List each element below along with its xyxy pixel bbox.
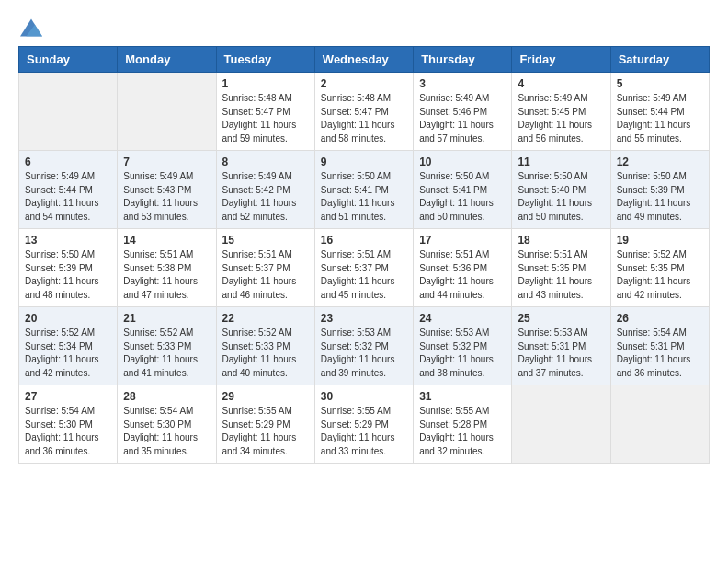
day-number: 16 <box>321 234 407 247</box>
calendar-day-22: 22Sunrise: 5:52 AM Sunset: 5:33 PM Dayli… <box>216 307 314 385</box>
calendar-table: SundayMondayTuesdayWednesdayThursdayFrid… <box>18 46 710 464</box>
day-info: Sunrise: 5:53 AM Sunset: 5:32 PM Dayligh… <box>321 327 407 380</box>
day-number: 8 <box>222 155 309 168</box>
calendar-day-11: 11Sunrise: 5:50 AM Sunset: 5:40 PM Dayli… <box>512 151 610 229</box>
calendar-empty-cell <box>610 385 709 464</box>
day-number: 15 <box>222 234 309 247</box>
day-info: Sunrise: 5:49 AM Sunset: 5:46 PM Dayligh… <box>419 92 506 145</box>
calendar-day-18: 18Sunrise: 5:51 AM Sunset: 5:35 PM Dayli… <box>512 229 610 307</box>
day-number: 20 <box>25 312 111 325</box>
day-info: Sunrise: 5:50 AM Sunset: 5:39 PM Dayligh… <box>617 170 703 224</box>
day-number: 6 <box>25 155 111 168</box>
day-number: 5 <box>617 77 703 90</box>
day-number: 7 <box>123 155 210 168</box>
calendar-week-row-1: 1Sunrise: 5:48 AM Sunset: 5:47 PM Daylig… <box>19 73 710 151</box>
page-header <box>18 18 710 37</box>
calendar-day-30: 30Sunrise: 5:55 AM Sunset: 5:29 PM Dayli… <box>314 385 413 464</box>
calendar-day-23: 23Sunrise: 5:53 AM Sunset: 5:32 PM Dayli… <box>314 307 413 385</box>
calendar-day-2: 2Sunrise: 5:48 AM Sunset: 5:47 PM Daylig… <box>314 73 413 151</box>
day-info: Sunrise: 5:51 AM Sunset: 5:38 PM Dayligh… <box>123 248 210 302</box>
day-number: 19 <box>617 234 703 247</box>
day-info: Sunrise: 5:53 AM Sunset: 5:31 PM Dayligh… <box>518 327 604 380</box>
weekday-header-sunday: Sunday <box>19 47 118 73</box>
calendar-day-27: 27Sunrise: 5:54 AM Sunset: 5:30 PM Dayli… <box>19 385 118 464</box>
calendar-day-12: 12Sunrise: 5:50 AM Sunset: 5:39 PM Dayli… <box>610 151 709 229</box>
logo-icon <box>20 18 42 37</box>
calendar-empty-cell <box>118 73 216 151</box>
day-number: 14 <box>123 234 210 247</box>
calendar-header-row: SundayMondayTuesdayWednesdayThursdayFrid… <box>19 47 710 73</box>
day-number: 24 <box>419 312 506 325</box>
weekday-header-monday: Monday <box>118 47 216 73</box>
day-info: Sunrise: 5:51 AM Sunset: 5:35 PM Dayligh… <box>518 248 604 302</box>
calendar-day-21: 21Sunrise: 5:52 AM Sunset: 5:33 PM Dayli… <box>118 307 216 385</box>
day-number: 10 <box>419 155 506 168</box>
day-info: Sunrise: 5:51 AM Sunset: 5:37 PM Dayligh… <box>222 248 309 302</box>
day-info: Sunrise: 5:54 AM Sunset: 5:30 PM Dayligh… <box>123 405 210 458</box>
calendar-day-1: 1Sunrise: 5:48 AM Sunset: 5:47 PM Daylig… <box>216 73 314 151</box>
day-number: 1 <box>222 77 309 90</box>
day-number: 29 <box>222 390 309 403</box>
calendar-week-row-5: 27Sunrise: 5:54 AM Sunset: 5:30 PM Dayli… <box>19 385 710 464</box>
day-number: 3 <box>419 77 506 90</box>
day-info: Sunrise: 5:55 AM Sunset: 5:28 PM Dayligh… <box>419 405 506 458</box>
weekday-header-saturday: Saturday <box>610 47 709 73</box>
calendar-day-13: 13Sunrise: 5:50 AM Sunset: 5:39 PM Dayli… <box>19 229 118 307</box>
day-info: Sunrise: 5:51 AM Sunset: 5:37 PM Dayligh… <box>321 248 407 302</box>
day-number: 4 <box>518 77 604 90</box>
calendar-week-row-4: 20Sunrise: 5:52 AM Sunset: 5:34 PM Dayli… <box>19 307 710 385</box>
day-number: 9 <box>321 155 407 168</box>
day-info: Sunrise: 5:53 AM Sunset: 5:32 PM Dayligh… <box>419 327 506 380</box>
calendar-week-row-3: 13Sunrise: 5:50 AM Sunset: 5:39 PM Dayli… <box>19 229 710 307</box>
day-number: 11 <box>518 155 604 168</box>
day-number: 2 <box>321 77 407 90</box>
day-number: 31 <box>419 390 506 403</box>
calendar-day-8: 8Sunrise: 5:49 AM Sunset: 5:42 PM Daylig… <box>216 151 314 229</box>
day-info: Sunrise: 5:54 AM Sunset: 5:31 PM Dayligh… <box>617 327 703 380</box>
calendar-day-25: 25Sunrise: 5:53 AM Sunset: 5:31 PM Dayli… <box>512 307 610 385</box>
day-info: Sunrise: 5:48 AM Sunset: 5:47 PM Dayligh… <box>321 92 407 145</box>
day-number: 28 <box>123 390 210 403</box>
calendar-day-24: 24Sunrise: 5:53 AM Sunset: 5:32 PM Dayli… <box>414 307 512 385</box>
calendar-day-3: 3Sunrise: 5:49 AM Sunset: 5:46 PM Daylig… <box>414 73 512 151</box>
calendar-day-20: 20Sunrise: 5:52 AM Sunset: 5:34 PM Dayli… <box>19 307 118 385</box>
weekday-header-tuesday: Tuesday <box>216 47 314 73</box>
day-number: 22 <box>222 312 309 325</box>
calendar-day-4: 4Sunrise: 5:49 AM Sunset: 5:45 PM Daylig… <box>512 73 610 151</box>
day-number: 18 <box>518 234 604 247</box>
day-info: Sunrise: 5:55 AM Sunset: 5:29 PM Dayligh… <box>321 405 407 458</box>
day-info: Sunrise: 5:49 AM Sunset: 5:44 PM Dayligh… <box>25 170 111 224</box>
day-number: 30 <box>321 390 407 403</box>
calendar-day-31: 31Sunrise: 5:55 AM Sunset: 5:28 PM Dayli… <box>414 385 512 464</box>
day-info: Sunrise: 5:50 AM Sunset: 5:41 PM Dayligh… <box>419 170 506 224</box>
day-number: 27 <box>25 390 111 403</box>
day-info: Sunrise: 5:49 AM Sunset: 5:45 PM Dayligh… <box>518 92 604 145</box>
calendar-day-10: 10Sunrise: 5:50 AM Sunset: 5:41 PM Dayli… <box>414 151 512 229</box>
calendar-day-29: 29Sunrise: 5:55 AM Sunset: 5:29 PM Dayli… <box>216 385 314 464</box>
calendar-day-16: 16Sunrise: 5:51 AM Sunset: 5:37 PM Dayli… <box>314 229 413 307</box>
calendar-day-14: 14Sunrise: 5:51 AM Sunset: 5:38 PM Dayli… <box>118 229 216 307</box>
calendar-empty-cell <box>19 73 118 151</box>
calendar-day-28: 28Sunrise: 5:54 AM Sunset: 5:30 PM Dayli… <box>118 385 216 464</box>
day-info: Sunrise: 5:48 AM Sunset: 5:47 PM Dayligh… <box>222 92 309 145</box>
calendar-day-6: 6Sunrise: 5:49 AM Sunset: 5:44 PM Daylig… <box>19 151 118 229</box>
calendar-day-19: 19Sunrise: 5:52 AM Sunset: 5:35 PM Dayli… <box>610 229 709 307</box>
weekday-header-wednesday: Wednesday <box>314 47 413 73</box>
calendar-empty-cell <box>512 385 610 464</box>
calendar-week-row-2: 6Sunrise: 5:49 AM Sunset: 5:44 PM Daylig… <box>19 151 710 229</box>
day-number: 25 <box>518 312 604 325</box>
calendar-day-5: 5Sunrise: 5:49 AM Sunset: 5:44 PM Daylig… <box>610 73 709 151</box>
weekday-header-friday: Friday <box>512 47 610 73</box>
logo <box>18 18 42 37</box>
day-info: Sunrise: 5:49 AM Sunset: 5:42 PM Dayligh… <box>222 170 309 224</box>
calendar-day-26: 26Sunrise: 5:54 AM Sunset: 5:31 PM Dayli… <box>610 307 709 385</box>
day-info: Sunrise: 5:52 AM Sunset: 5:33 PM Dayligh… <box>123 327 210 380</box>
day-number: 13 <box>25 234 111 247</box>
calendar-day-15: 15Sunrise: 5:51 AM Sunset: 5:37 PM Dayli… <box>216 229 314 307</box>
day-info: Sunrise: 5:51 AM Sunset: 5:36 PM Dayligh… <box>419 248 506 302</box>
day-info: Sunrise: 5:52 AM Sunset: 5:35 PM Dayligh… <box>617 248 703 302</box>
day-info: Sunrise: 5:52 AM Sunset: 5:33 PM Dayligh… <box>222 327 309 380</box>
day-info: Sunrise: 5:52 AM Sunset: 5:34 PM Dayligh… <box>25 327 111 380</box>
day-info: Sunrise: 5:50 AM Sunset: 5:39 PM Dayligh… <box>25 248 111 302</box>
day-number: 17 <box>419 234 506 247</box>
